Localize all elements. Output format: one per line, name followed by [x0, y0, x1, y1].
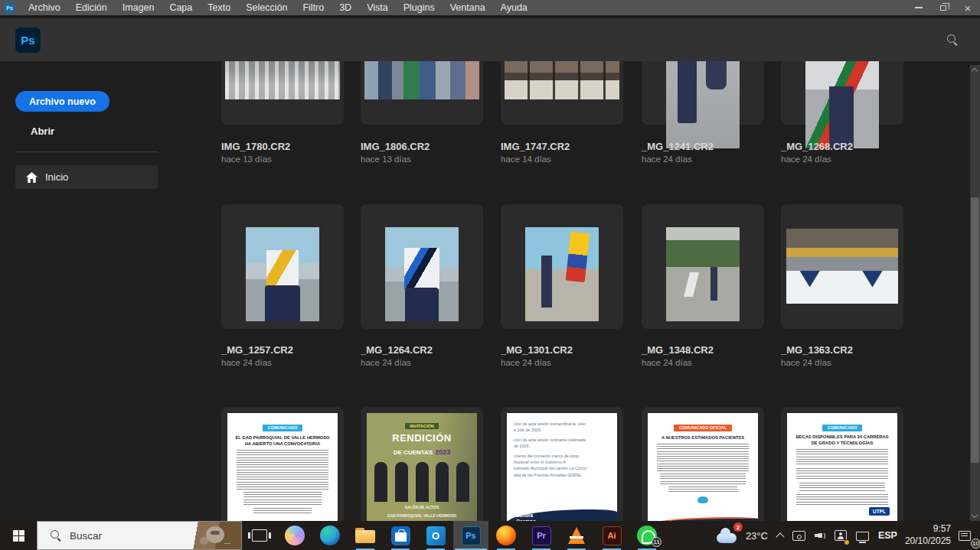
poster-text-lines: [243, 492, 322, 506]
person-silhouette: [374, 462, 387, 502]
file-modified-time: hace 24 días: [642, 358, 772, 367]
file-card[interactable]: [361, 204, 483, 329]
menu-item-capa[interactable]: Capa: [162, 0, 200, 15]
acta-text-line: ción de acta sesión ordinaria celebrada: [514, 437, 610, 443]
menu-item-imagen[interactable]: Imagen: [115, 0, 162, 15]
restore-icon: [940, 5, 946, 11]
file-card[interactable]: [642, 61, 764, 125]
file-name: _MG_1301.CR2: [501, 344, 631, 356]
outlook-taskbar-button[interactable]: O: [418, 521, 453, 550]
menu-item-3d[interactable]: 3D: [332, 0, 359, 15]
sloth-search-highlight[interactable]: [188, 522, 241, 549]
notification-center-button[interactable]: 10: [954, 521, 980, 550]
people-silhouettes: [374, 462, 469, 502]
premiere-taskbar-button[interactable]: Pr: [524, 521, 559, 550]
acta-text-line: itucional entre el Gobierno A: [514, 459, 610, 465]
pacientes-comunicado-thumbnail: COMUNICADO OFICIALA NUESTROS ESTIMADOS P…: [648, 413, 758, 521]
file-card[interactable]: [221, 61, 344, 125]
signature: SandraOcampo: [516, 513, 536, 521]
language-indicator[interactable]: ESP: [874, 521, 902, 550]
task-view-button[interactable]: [242, 521, 277, 550]
volume-button[interactable]: [810, 521, 830, 550]
scroll-up-icon[interactable]: [972, 68, 978, 74]
menu-item-ayuda[interactable]: Ayuda: [493, 0, 535, 15]
start-button[interactable]: [0, 521, 37, 550]
acta-text-line: de 2025.: [514, 443, 610, 449]
flag-ceremony-photo-thumbnail: [525, 227, 599, 321]
minimize-icon: [915, 7, 923, 8]
open-button[interactable]: Abrir: [31, 125, 54, 137]
network-icon: [856, 532, 869, 541]
search-icon: [50, 529, 62, 542]
cast-device-button[interactable]: [788, 521, 810, 550]
search-icon[interactable]: [946, 34, 959, 46]
minimize-button[interactable]: [906, 0, 931, 15]
menu-item-ventana[interactable]: Ventana: [443, 0, 493, 15]
whatsapp-taskbar-button[interactable]: 11: [629, 521, 665, 550]
poster-text-lines: [796, 494, 888, 505]
acta-text-line: dad de las Fuerzas Armadas (ESPE).: [514, 472, 610, 478]
temperature-label[interactable]: 23°C: [741, 521, 773, 550]
menu-item-vista[interactable]: Vista: [359, 0, 396, 15]
clock[interactable]: 9:57 20/10/2025: [902, 521, 954, 550]
menu-item-edicion[interactable]: Edición: [68, 0, 115, 15]
edge-taskbar-button[interactable]: [312, 521, 348, 550]
becas-comunicado-thumbnail: COMUNICADOBECAS DISPONIBLES PARA 24 CARR…: [787, 413, 897, 521]
file-card[interactable]: [642, 204, 764, 329]
menu-item-archivo[interactable]: Archivo: [21, 0, 68, 15]
file-card[interactable]: COMUNICADO OFICIALA NUESTROS ESTIMADOS P…: [642, 407, 764, 521]
close-icon: ×: [965, 2, 972, 14]
copilot-taskbar-button[interactable]: [277, 521, 312, 550]
menu-item-seleccion[interactable]: Selección: [238, 0, 295, 15]
menu-item-texto[interactable]: Texto: [200, 0, 238, 15]
sidebar-item-home[interactable]: Inicio: [15, 165, 158, 189]
signature-first-name: Sandra: [516, 513, 536, 519]
store-taskbar-button[interactable]: [383, 521, 418, 550]
close-button[interactable]: ×: [956, 0, 980, 15]
menu-item-plugins[interactable]: Plugins: [396, 0, 443, 15]
file-card[interactable]: [501, 61, 623, 125]
poster-text-lines: [253, 508, 312, 516]
photoshop-icon: Ps: [462, 526, 481, 545]
restore-button[interactable]: [931, 0, 956, 15]
poster-text-lines: [657, 444, 749, 471]
file-modified-time: hace 24 días: [781, 155, 911, 164]
scrollbar-thumb[interactable]: [971, 197, 979, 463]
firefox-taskbar-button[interactable]: [488, 521, 524, 550]
file-card[interactable]: [361, 61, 483, 125]
file-explorer-icon: [355, 528, 375, 543]
file-card[interactable]: [221, 204, 344, 329]
illustrator-taskbar-button[interactable]: Ai: [594, 521, 629, 550]
new-file-button[interactable]: Archivo nuevo: [15, 91, 109, 112]
file-modified-time: hace 14 días: [501, 155, 631, 164]
dental-logo: [697, 496, 708, 503]
scrollbar[interactable]: [970, 65, 980, 521]
weather-widget[interactable]: 2: [712, 521, 741, 550]
standing-group-photo-thumbnail: [364, 61, 479, 99]
windows-logo-icon: [13, 530, 24, 542]
file-card[interactable]: [781, 61, 903, 125]
menu-items: ArchivoEdiciónImagenCapaTextoSelecciónFi…: [21, 0, 535, 15]
vlc-taskbar-button[interactable]: [559, 521, 594, 550]
network-button[interactable]: [851, 521, 874, 550]
menu-item-filtro[interactable]: Filtro: [295, 0, 332, 15]
audience-photo-thumbnail: [225, 61, 340, 99]
file-card[interactable]: ción de acta sesión extraordinaria, cele…: [501, 407, 623, 521]
scroll-down-icon[interactable]: [972, 512, 978, 518]
file-card[interactable]: [781, 204, 903, 329]
speaker-icon: [815, 531, 825, 540]
file-card[interactable]: INVITACIÓNRENDICIÓNDE CUENTAS2023SALÓN D…: [361, 407, 483, 521]
utpl-logo: UTPL: [869, 507, 890, 516]
home-icon: [26, 172, 38, 183]
file-card[interactable]: COMUNICADOEL GAD PARROQUIAL DE VALLE HER…: [221, 407, 344, 521]
file-card[interactable]: [501, 204, 623, 329]
kneeling-ceremony-photo-thumbnail: [666, 227, 740, 321]
file-card[interactable]: COMUNICADOBECAS DISPONIBLES PARA 24 CARR…: [781, 407, 903, 521]
tray-expand-button[interactable]: [773, 521, 788, 550]
sidebar-home-label: Inicio: [45, 171, 68, 183]
accounts-button[interactable]: [830, 521, 851, 550]
file-explorer-taskbar-button[interactable]: [348, 521, 383, 550]
taskbar-apps: OPsPrAi11: [277, 521, 665, 550]
photoshop-taskbar-button[interactable]: Ps: [453, 521, 488, 550]
taskbar-search[interactable]: Buscar: [37, 521, 242, 550]
